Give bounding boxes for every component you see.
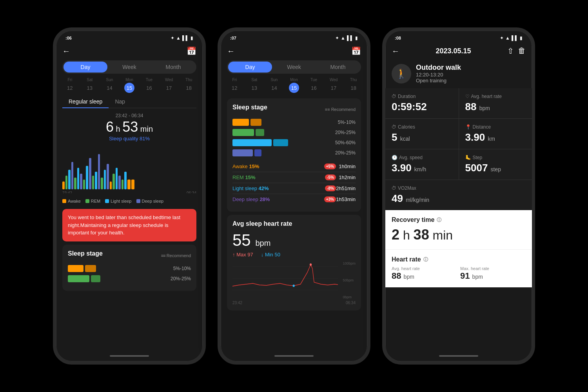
- awake-solid-2: [232, 119, 249, 126]
- date-wed[interactable]: Wed 17: [164, 78, 174, 93]
- step-cell: 🦶 Step 5007 step: [459, 149, 532, 180]
- workout-date: 2023.05.15: [436, 47, 471, 55]
- hr-0-label: 0bpm: [343, 295, 356, 299]
- tab-month-2[interactable]: Month: [316, 62, 360, 73]
- sleep-stage-header-2: Sleep stage ≡≡ Recommend: [232, 104, 356, 115]
- light-badge: -8%: [325, 185, 336, 191]
- bluetooth-icon-3: ✦: [500, 35, 504, 41]
- tab-day-2[interactable]: Day: [228, 62, 272, 73]
- vo2-icon: ⏱: [392, 185, 396, 191]
- status-time-2: :07: [230, 36, 236, 40]
- tab-week-2[interactable]: Week: [272, 62, 316, 73]
- rem-badge: -5%: [325, 174, 336, 180]
- scroll-3[interactable]: 🚶 Outdoor walk 12:20-13:20 Open training…: [385, 59, 532, 350]
- awake-pct-2: 5%-10%: [338, 120, 356, 125]
- hr-card: Avg sleep heart rate 55 bpm ↑ Max 97 ↓ M…: [227, 215, 361, 310]
- bar: [77, 168, 79, 189]
- speed-cell: 🕐 Avg. speed 3.90 km/h: [385, 149, 459, 180]
- hr-panel-title: Heart rate ⓘ: [392, 256, 526, 263]
- nav-actions: ⇧ 🗑: [507, 46, 526, 56]
- date-sat-2[interactable]: Sat 13: [249, 78, 260, 93]
- back-button-2[interactable]: ←: [227, 47, 235, 56]
- light-stat-value: 2h51min: [336, 185, 356, 191]
- sleep-stage-title: Sleep stage: [68, 250, 103, 257]
- light-solid-2: [232, 139, 272, 146]
- chart-end-label: 06:34: [187, 191, 196, 193]
- stage-bar-awake: [68, 265, 170, 272]
- avg-hr-value: 88 bpm: [465, 101, 526, 113]
- stage-bar-deep-2: [232, 149, 332, 156]
- calories-label: ⏱ Calories: [392, 124, 452, 130]
- status-bar-1: :06 ✦ ▲ ▌▌ ▮: [56, 31, 203, 43]
- date-tue[interactable]: Tue 16: [144, 78, 154, 93]
- timer-icon: ⏱: [392, 94, 396, 99]
- date-mon-2[interactable]: Mon 15: [289, 78, 299, 93]
- avg-hr-sub-value: 88 bpm: [392, 271, 457, 281]
- home-indicator-1: [56, 350, 203, 361]
- scroll-1[interactable]: Regular sleep Nap 23:42 - 06:34 6 h 53 m…: [56, 95, 203, 350]
- stage-bar-rem: [68, 275, 167, 282]
- tab-week-1[interactable]: Week: [107, 62, 151, 73]
- battery-icon: ▮: [191, 35, 193, 41]
- sleep-stage-card-2: Sleep stage ≡≡ Recommend 5%-10%: [227, 98, 361, 212]
- date-tue-2[interactable]: Tue 16: [309, 78, 319, 93]
- back-button-3[interactable]: ←: [392, 47, 399, 56]
- hr-max-point: [310, 263, 312, 266]
- stage-row-deep-2: 20%-25%: [232, 149, 356, 156]
- date-sat[interactable]: Sat 13: [85, 78, 95, 93]
- legend-rem: REM: [85, 199, 100, 203]
- delete-button[interactable]: 🗑: [518, 46, 526, 56]
- chart-labels: 23:42 06:34: [62, 191, 196, 193]
- nav-bar-2: ← 📅: [221, 43, 367, 59]
- stage-row-light-2: 50%-60%: [232, 139, 356, 146]
- share-button[interactable]: ⇧: [507, 46, 514, 56]
- tab-selector-1: Day Week Month: [62, 60, 196, 74]
- rem-label: REM: [91, 199, 100, 203]
- calendar-button-2[interactable]: 📅: [351, 46, 361, 56]
- workout-time: 12:20-13:20: [416, 72, 461, 78]
- speed-label: 🕐 Avg. speed: [392, 155, 452, 160]
- stat-awake: Awake 15% +5% 1h0min: [232, 161, 356, 172]
- calendar-button-1[interactable]: 📅: [187, 46, 196, 56]
- bar: [71, 162, 73, 189]
- awake-bar-solid: [68, 265, 83, 272]
- home-bar-3: [439, 355, 478, 357]
- nap-tab[interactable]: Nap: [109, 95, 131, 108]
- flame-icon: ⏱: [392, 124, 396, 130]
- wifi-icon-2: ▲: [341, 35, 345, 41]
- sleep-time-display: 23:42 - 06:34 6 h 53 min Sleep quality 8…: [56, 108, 203, 143]
- sleep-quality: Sleep quality 81%: [62, 136, 196, 142]
- date-thu[interactable]: Thu 18: [184, 78, 194, 93]
- rem-bar-hatch: [91, 275, 100, 282]
- bar: [118, 176, 121, 189]
- vo2-cell: ⏱ VO2Max 49 ml/kg/min: [385, 180, 532, 210]
- recovery-info-icon[interactable]: ⓘ: [437, 217, 441, 223]
- date-wed-2[interactable]: Wed 17: [328, 78, 339, 93]
- hr-100-label: 100bpm: [343, 261, 356, 265]
- back-button-1[interactable]: ←: [62, 47, 70, 56]
- stage-row-rem: 20%-25%: [68, 275, 191, 282]
- walk-icon: 🚶: [396, 68, 407, 79]
- regular-sleep-tab[interactable]: Regular sleep: [62, 95, 109, 108]
- date-fri[interactable]: Fri 12: [65, 78, 75, 93]
- calories-value: 5 kcal: [392, 131, 452, 143]
- workout-header: 🚶 Outdoor walk 12:20-13:20 Open training: [385, 59, 532, 88]
- light-dot: [105, 199, 109, 203]
- hr-info-icon[interactable]: ⓘ: [423, 256, 428, 263]
- bar: [80, 174, 82, 189]
- date-thu-2[interactable]: Thu 18: [348, 78, 359, 93]
- date-sun-2[interactable]: Sun 14: [269, 78, 279, 93]
- rem-pct-2: 20%-25%: [335, 130, 356, 135]
- tab-day-1[interactable]: Day: [64, 62, 107, 73]
- duration-value: 0:59:52: [392, 101, 452, 113]
- date-fri-2[interactable]: Fri 12: [229, 78, 240, 93]
- scroll-2[interactable]: Sleep stage ≡≡ Recommend 5%-10%: [221, 95, 367, 350]
- bar: [113, 174, 115, 189]
- home-indicator-2: [221, 350, 367, 361]
- nav-bar-3: ← 2023.05.15 ⇧ 🗑: [385, 43, 532, 59]
- hr-bpm: 55 bpm: [232, 231, 356, 249]
- deep-hatch-2: [254, 149, 261, 156]
- date-mon[interactable]: Mon 15: [124, 78, 134, 93]
- date-sun[interactable]: Sun 14: [104, 78, 114, 93]
- tab-month-1[interactable]: Month: [151, 62, 195, 73]
